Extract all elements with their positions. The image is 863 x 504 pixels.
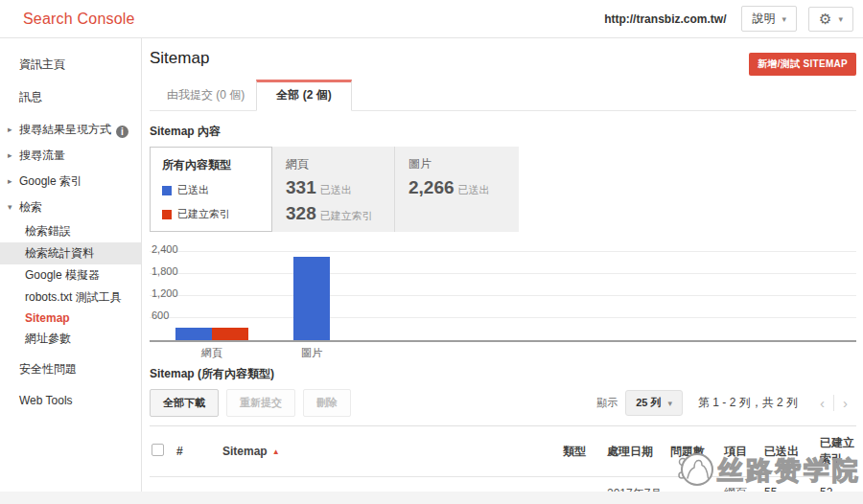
chevron-down-icon [8, 199, 12, 213]
legend-item-submitted: 已送出 [162, 183, 271, 197]
tab-bar: 由我提交 (0 個) 全部 (2 個) [150, 84, 856, 111]
table-header-row: # Sitemap 類型 處理日期 問題數 項目 已送出 已建立索引 [150, 426, 856, 477]
top-header: Search Console http://transbiz.com.tw/ 說… [0, 0, 863, 38]
pagination-range: 第 1 - 2 列，共 2 列 [698, 395, 798, 411]
stat-images-label: 圖片 [408, 156, 519, 172]
page-size-dropdown[interactable]: 25 列 [625, 390, 683, 416]
sidebar-item-messages[interactable]: 訊息 [0, 84, 141, 110]
sidebar-item-web-tools[interactable]: Web Tools [0, 389, 141, 412]
show-label: 顯示 [596, 396, 618, 410]
table-heading: Sitemap (所有內容類型) [150, 366, 856, 382]
bottom-strip [0, 492, 863, 504]
stat-pages-submitted: 331已送出 [286, 177, 394, 198]
col-num: # [175, 426, 221, 477]
body-row: 資訊主頁 訊息 搜尋結果呈現方式 搜尋流量 Google 索引 檢索 檢索錯誤 … [0, 38, 863, 504]
download-all-button[interactable]: 全部下載 [150, 389, 219, 417]
bar-已送出-網頁[interactable] [175, 328, 212, 340]
info-icon[interactable] [116, 126, 128, 138]
gear-icon [819, 11, 831, 27]
resubmit-button[interactable]: 重新提交 [226, 389, 295, 417]
chevron-right-icon [8, 173, 12, 187]
stat-images-submitted: 2,266已送出 [408, 177, 519, 198]
tab-all[interactable]: 全部 (2 個) [256, 80, 351, 111]
col-items: 項目 [722, 426, 762, 477]
sidebar-item-crawl-stats[interactable]: 檢索統計資料 [0, 242, 141, 264]
x-category-label: 圖片 [293, 346, 330, 360]
tab-submitted-by-me[interactable]: 由我提交 (0 個) [150, 81, 256, 110]
header-right: http://transbiz.com.tw/ 說明 [604, 6, 853, 32]
stat-col-images[interactable]: 圖片 2,266已送出 [394, 147, 519, 232]
sidebar: 資訊主頁 訊息 搜尋結果呈現方式 搜尋流量 Google 索引 檢索 檢索錯誤 … [0, 38, 142, 504]
gridline [150, 295, 856, 296]
sidebar-item-url-parameters[interactable]: 網址參數 [0, 328, 141, 350]
sidebar-item-crawl[interactable]: 檢索 [0, 195, 141, 220]
bar-已建立索引-網頁[interactable] [212, 328, 248, 340]
stats-panel: 所有內容類型 已送出 已建立索引 網頁 331已送出 [150, 147, 519, 232]
col-sitemap-sort[interactable]: Sitemap [221, 426, 561, 477]
sidebar-item-dashboard[interactable]: 資訊主頁 [0, 52, 141, 78]
col-issues: 問題數 [668, 426, 722, 477]
gridline [150, 251, 856, 252]
next-page-icon[interactable]: › [834, 395, 856, 411]
sidebar-item-google-index[interactable]: Google 索引 [0, 169, 141, 195]
add-test-sitemap-button[interactable]: 新增/測試 SITEMAP [749, 53, 856, 76]
chevron-right-icon [8, 122, 12, 135]
col-type: 類型 [561, 426, 605, 477]
title-row: Sitemap 新增/測試 SITEMAP [150, 38, 856, 76]
sidebar-item-crawl-errors[interactable]: 檢索錯誤 [0, 220, 141, 242]
settings-dropdown-button[interactable] [808, 7, 853, 32]
sidebar-item-security-issues[interactable]: 安全性問題 [0, 356, 141, 382]
sidebar-item-search-traffic[interactable]: 搜尋流量 [0, 143, 141, 169]
sidebar-item-robots-tester[interactable]: robots.txt 測試工具 [0, 286, 141, 309]
indexed-swatch-icon [162, 210, 172, 219]
pager: ‹ › [811, 395, 856, 411]
sidebar-item-sitemap[interactable]: Sitemap [0, 309, 141, 328]
search-console-window: Search Console http://transbiz.com.tw/ 說… [0, 0, 863, 504]
stat-pages-indexed: 328已建立索引 [286, 203, 394, 224]
prev-page-icon[interactable]: ‹ [811, 395, 834, 411]
y-tick-label: 1,200 [152, 287, 178, 299]
filter-title: 所有內容類型 [162, 157, 271, 173]
sitemap-chart: 6001,2001,8002,400網頁圖片 [150, 241, 856, 354]
main-content: Sitemap 新增/測試 SITEMAP 由我提交 (0 個) 全部 (2 個… [142, 38, 863, 504]
delete-button[interactable]: 刪除 [303, 389, 351, 417]
content-type-filter-box[interactable]: 所有內容類型 已送出 已建立索引 [150, 147, 272, 232]
sidebar-item-fetch-as-google[interactable]: Google 模擬器 [0, 264, 141, 286]
col-submitted: 已送出 [762, 426, 818, 477]
brand-logo[interactable]: Search Console [23, 11, 135, 28]
site-url: http://transbiz.com.tw/ [604, 12, 726, 26]
col-indexed: 已建立索引 [818, 426, 856, 477]
chart-plot-area: 6001,2001,8002,400網頁圖片 [150, 254, 856, 342]
x-category-label: 網頁 [175, 346, 248, 360]
col-date: 處理日期 [605, 426, 668, 477]
y-tick-label: 2,400 [152, 243, 178, 255]
gridline [150, 317, 856, 318]
y-tick-label: 600 [152, 309, 169, 321]
toolbar-right: 顯示 25 列 第 1 - 2 列，共 2 列 ‹ › [596, 390, 856, 416]
legend-item-indexed: 已建立索引 [162, 207, 271, 221]
gridline [150, 273, 856, 274]
page-title: Sitemap [150, 49, 209, 68]
sort-asc-icon [268, 445, 280, 458]
sitemap-content-heading: Sitemap 內容 [150, 124, 856, 140]
table-toolbar: 全部下載 重新提交 刪除 顯示 25 列 第 1 - 2 列，共 2 列 ‹ › [150, 389, 856, 417]
stat-col-pages[interactable]: 網頁 331已送出 328已建立索引 [272, 147, 394, 232]
bar-已送出-圖片[interactable] [293, 257, 330, 340]
help-label: 說明 [752, 11, 775, 27]
help-dropdown-button[interactable]: 說明 [741, 6, 797, 32]
select-all-checkbox[interactable] [152, 444, 164, 456]
sidebar-item-search-appearance[interactable]: 搜尋結果呈現方式 [0, 117, 141, 143]
stat-pages-label: 網頁 [286, 156, 394, 172]
chevron-right-icon [8, 148, 12, 161]
submitted-swatch-icon [162, 186, 172, 195]
y-tick-label: 1,800 [152, 265, 178, 277]
